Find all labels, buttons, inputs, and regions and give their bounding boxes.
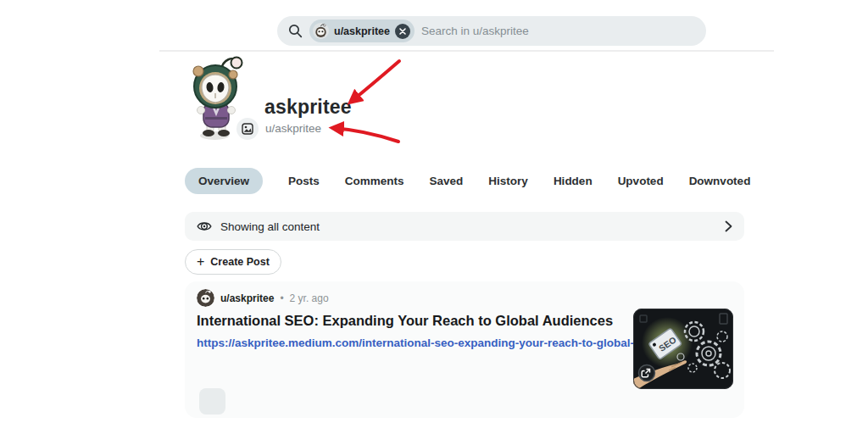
- search-bar[interactable]: u/askpritee: [277, 16, 706, 46]
- search-scope-chip[interactable]: u/askpritee: [309, 19, 415, 42]
- post-age: 2 yr. ago: [290, 292, 329, 304]
- profile-tabs: Overview Posts Comments Saved History Hi…: [185, 168, 750, 194]
- chip-label: u/askpritee: [334, 25, 390, 37]
- tab-upvoted[interactable]: Upvoted: [618, 175, 664, 187]
- chip-avatar-icon: [313, 23, 329, 39]
- header-divider: [159, 50, 774, 52]
- chevron-right-icon: [725, 220, 732, 232]
- create-post-button[interactable]: + Create Post: [185, 249, 281, 275]
- tab-hidden[interactable]: Hidden: [554, 175, 593, 187]
- tab-comments[interactable]: Comments: [345, 175, 404, 187]
- eye-icon: [197, 219, 212, 234]
- chip-close-icon[interactable]: [395, 24, 410, 39]
- profile-display-name: askpritee: [264, 96, 352, 119]
- content-filter-bar[interactable]: Showing all content: [185, 212, 744, 241]
- post-author-name[interactable]: u/askpritee: [220, 292, 274, 304]
- post-meta-separator: •: [280, 292, 283, 304]
- tab-overview[interactable]: Overview: [185, 168, 263, 194]
- post-action-placeholder: [199, 388, 225, 415]
- filter-label: Showing all content: [220, 220, 320, 233]
- search-input[interactable]: [421, 25, 699, 37]
- post-thumbnail[interactable]: SEO: [633, 309, 733, 389]
- image-icon: [242, 123, 253, 135]
- post-title[interactable]: International SEO: Expanding Your Reach …: [197, 313, 613, 329]
- tab-history[interactable]: History: [488, 175, 528, 187]
- avatar-image-badge[interactable]: [236, 118, 259, 140]
- reddit-user-profile-page: u/askpritee: [0, 0, 868, 434]
- post-card[interactable]: u/askpritee • 2 yr. ago International SE…: [185, 281, 744, 418]
- post-meta: u/askpritee • 2 yr. ago: [197, 289, 329, 307]
- create-post-label: Create Post: [210, 256, 269, 268]
- tab-posts[interactable]: Posts: [288, 175, 320, 187]
- plus-icon: +: [197, 255, 204, 269]
- tab-saved[interactable]: Saved: [430, 175, 464, 187]
- post-external-link[interactable]: https://askpritee.medium.com/internation…: [197, 337, 667, 349]
- search-icon: [288, 24, 303, 38]
- post-author-avatar[interactable]: [197, 289, 214, 307]
- profile-handle: u/askpritee: [265, 122, 321, 135]
- tab-downvoted[interactable]: Downvoted: [689, 175, 751, 187]
